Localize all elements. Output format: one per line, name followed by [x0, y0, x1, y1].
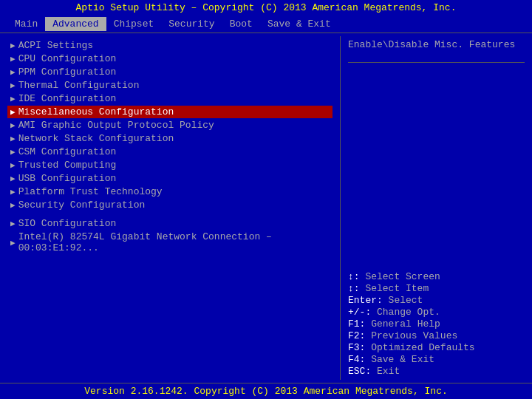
left-panel-entry[interactable]: ▶ACPI Settings	[7, 39, 332, 52]
menu-item-boot[interactable]: Boot	[222, 17, 260, 31]
help-line: Enter: Select	[348, 295, 525, 306]
left-panel-entry[interactable]: ▶AMI Graphic Output Protocol Policy	[7, 119, 332, 132]
entry-label: Security Configuration	[18, 200, 146, 211]
key-label: F3:	[348, 342, 371, 353]
key-description: Change Opt.	[377, 307, 440, 318]
left-panel: ▶ACPI Settings▶CPU Configuration▶PPM Con…	[0, 36, 340, 380]
entry-label: Trusted Computing	[18, 160, 117, 171]
key-label: ↕:	[348, 283, 365, 294]
entry-label: Thermal Configuration	[18, 80, 140, 91]
left-panel-entry[interactable]: ▶Network Stack Configuration	[7, 132, 332, 145]
key-label: F1:	[348, 318, 371, 330]
help-line: F2: Previous Values	[348, 330, 525, 341]
right-panel: Enable\Disable Misc. Features ↕: Select …	[340, 36, 532, 380]
menu-bar: MainAdvancedChipsetSecurityBootSave & Ex…	[0, 16, 532, 33]
key-description: Select Item	[365, 283, 429, 294]
entry-label: ACPI Settings	[18, 40, 93, 51]
key-description: Select	[389, 295, 423, 306]
help-line: ↕: Select Item	[348, 283, 525, 294]
left-panel-entry[interactable]: ▶IDE Configuration	[7, 92, 332, 105]
title-text: Aptio Setup Utility – Copyright (C) 2013…	[76, 2, 457, 13]
key-label: F4:	[348, 354, 371, 365]
key-description: Previous Values	[371, 330, 457, 341]
key-label: Enter:	[348, 295, 389, 306]
right-description: Enable\Disable Misc. Features	[348, 39, 525, 50]
divider-line	[348, 62, 525, 63]
menu-item-security[interactable]: Security	[161, 17, 222, 31]
entry-label: Intel(R) 82574L Gigabit Network Connecti…	[18, 231, 330, 253]
key-description: Select Screen	[365, 271, 440, 282]
entry-arrow-icon: ▶	[10, 238, 16, 248]
menu-item-save---exit[interactable]: Save & Exit	[260, 17, 338, 31]
menu-item-advanced[interactable]: Advanced	[45, 17, 106, 31]
key-description: Exit	[377, 366, 400, 377]
key-label: ↕:	[348, 271, 365, 282]
help-line: ↕: Select Screen	[348, 271, 525, 282]
entry-arrow-icon: ▶	[10, 134, 16, 143]
entry-arrow-icon: ▶	[10, 107, 16, 117]
main-area: ▶ACPI Settings▶CPU Configuration▶PPM Con…	[0, 33, 532, 383]
entry-label: Platform Trust Technology	[18, 186, 163, 197]
entry-label: Miscellaneous Configuration	[18, 106, 174, 117]
left-panel-entry[interactable]: ▶Platform Trust Technology	[7, 185, 332, 198]
footer-text: Version 2.16.1242. Copyright (C) 2013 Am…	[84, 386, 447, 397]
key-description: Save & Exit	[371, 354, 434, 365]
entry-arrow-icon: ▶	[10, 147, 16, 157]
entry-label: Network Stack Configuration	[18, 133, 174, 144]
entry-label: PPM Configuration	[18, 66, 117, 78]
help-line: ESC: Exit	[348, 366, 525, 377]
left-panel-entry[interactable]: ▶Trusted Computing	[7, 159, 332, 171]
entry-arrow-icon: ▶	[10, 200, 16, 210]
help-line: F4: Save & Exit	[348, 354, 525, 365]
key-description: Optimized Defaults	[371, 342, 474, 353]
key-description: General Help	[371, 318, 440, 330]
left-panel-entry[interactable]: ▶Security Configuration	[7, 199, 332, 211]
entry-arrow-icon: ▶	[10, 54, 16, 64]
left-panel-entry[interactable]: ▶CPU Configuration	[7, 52, 332, 65]
entry-label: USB Configuration	[18, 173, 117, 184]
left-panel-entry[interactable]: ▶PPM Configuration	[7, 66, 332, 78]
entry-arrow-icon: ▶	[10, 219, 16, 228]
left-panel-entry[interactable]: ▶Miscellaneous Configuration	[7, 106, 332, 118]
left-panel-entry[interactable]: ▶Intel(R) 82574L Gigabit Network Connect…	[7, 231, 332, 254]
entry-label: IDE Configuration	[18, 93, 117, 104]
entry-label: CPU Configuration	[18, 53, 117, 64]
left-panel-entry[interactable]: ▶CSM Configuration	[7, 146, 332, 158]
entry-label: SIO Configuration	[18, 218, 117, 229]
key-label: F2:	[348, 330, 371, 341]
entry-arrow-icon: ▶	[10, 41, 16, 50]
footer: Version 2.16.1242. Copyright (C) 2013 Am…	[0, 383, 532, 399]
entry-arrow-icon: ▶	[10, 67, 16, 77]
entry-label: AMI Graphic Output Protocol Policy	[18, 120, 214, 131]
menu-item-main[interactable]: Main	[7, 17, 45, 31]
left-panel-entry[interactable]: ▶Thermal Configuration	[7, 79, 332, 92]
key-label: ESC:	[348, 366, 377, 377]
entry-arrow-icon: ▶	[10, 174, 16, 183]
menu-item-chipset[interactable]: Chipset	[106, 17, 162, 31]
help-line: F1: General Help	[348, 318, 525, 330]
help-line: +/-: Change Opt.	[348, 307, 525, 318]
help-line: F3: Optimized Defaults	[348, 342, 525, 353]
entry-arrow-icon: ▶	[10, 120, 16, 130]
separator	[7, 212, 332, 216]
help-text: ↕: Select Screen↕: Select ItemEnter: Sel…	[348, 271, 525, 377]
entry-arrow-icon: ▶	[10, 187, 16, 197]
title-bar: Aptio Setup Utility – Copyright (C) 2013…	[0, 0, 532, 16]
key-label: +/-:	[348, 307, 377, 318]
entry-arrow-icon: ▶	[10, 160, 16, 170]
entry-arrow-icon: ▶	[10, 81, 16, 90]
left-panel-entry[interactable]: ▶USB Configuration	[7, 172, 332, 185]
entry-arrow-icon: ▶	[10, 94, 16, 103]
entry-label: CSM Configuration	[18, 146, 117, 157]
left-panel-entry[interactable]: ▶SIO Configuration	[7, 217, 332, 230]
